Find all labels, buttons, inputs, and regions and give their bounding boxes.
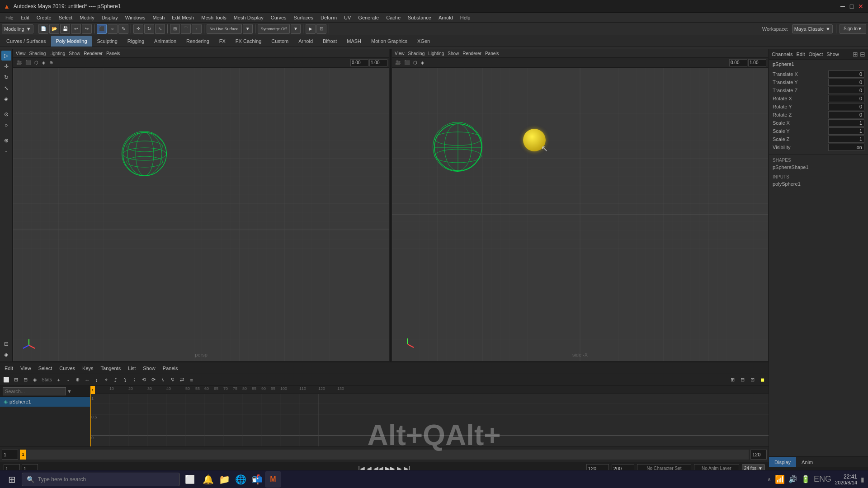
render-button[interactable]: ▶ [306,24,316,34]
taskbar-app-mail[interactable]: 📬 [249,471,265,488]
vp-side-1[interactable]: ⬛ [403,60,411,65]
graph-normalize[interactable]: ⊞ [728,375,737,385]
move-tool-left[interactable]: ✛ [1,61,11,71]
menu-generate[interactable]: Generate [354,13,382,23]
undo-button[interactable]: ↩ [71,24,81,34]
taskbar-app-maya[interactable]: M [265,471,281,488]
isolate-select-left[interactable]: ◈ [1,350,11,360]
graph-menu-panels[interactable]: Panels [160,366,181,371]
menu-mesh[interactable]: Mesh [149,13,168,23]
channel-box-channels[interactable]: Channels [772,52,793,57]
graph-menu-view[interactable]: View [18,366,34,371]
graph-stacked[interactable]: ⊟ [738,375,747,385]
vp-side-far[interactable] [748,59,766,66]
graph-tangent-1[interactable]: ⤴ [111,375,120,385]
shelf-tab-rendering[interactable]: Rendering [182,36,214,47]
shelf-tab-fx[interactable]: FX [215,36,230,47]
taskbar-app-explorer[interactable]: 📁 [216,471,232,488]
graph-tool-3[interactable]: ⊟ [21,375,30,385]
title-bar-controls[interactable]: ─ □ ✕ [839,3,864,10]
shelf-tab-fx-caching[interactable]: FX Caching [231,36,266,47]
open-scene-button[interactable]: 📂 [49,24,59,34]
network-icon[interactable]: 📶 [775,474,785,484]
menu-create[interactable]: Create [33,13,55,23]
graph-tool-2[interactable]: ⊞ [11,375,20,385]
soft-select-left[interactable]: ⊙ [1,109,11,119]
graph-tangent-4[interactable]: ⟲ [140,375,149,385]
shelf-tab-custom[interactable]: Custom [267,36,293,47]
menu-substance[interactable]: Substance [404,13,435,23]
graph-layout[interactable]: ◼ [758,375,767,385]
vp-persp-shading[interactable]: Shading [29,51,46,56]
vp-side-cam[interactable]: 🎥 [394,60,402,65]
snap-tool-left[interactable]: ⊕ [1,136,11,145]
graph-tool-1[interactable]: ⬜ [2,375,11,385]
timeline-track[interactable]: 1 [20,450,749,460]
shelf-tab-mash[interactable]: MASH [342,36,366,47]
timeline-marker[interactable]: 1 [20,450,26,460]
minimize-button[interactable]: ─ [839,3,846,10]
scale-tool-button[interactable]: ⤡ [155,24,165,34]
vp-side-renderer[interactable]: Renderer [462,51,481,56]
paint-select-button[interactable]: ✎ [118,24,128,34]
menu-modify[interactable]: Modify [76,13,98,23]
graph-search-input[interactable] [3,387,66,395]
vp-side-show[interactable]: Show [448,51,459,56]
windows-start-button[interactable]: ⊞ [4,471,20,488]
vp-side-near[interactable] [729,59,747,66]
visibility-value[interactable] [828,144,864,151]
menu-mesh-display[interactable]: Mesh Display [230,13,267,23]
save-scene-button[interactable]: 💾 [60,24,70,34]
scale-x-value[interactable] [828,119,864,127]
menu-edit-mesh[interactable]: Edit Mesh [168,13,198,23]
taskbar-app-notification[interactable]: 🔔 [200,471,216,488]
shelf-tab-xgen[interactable]: XGen [413,36,434,47]
vp-persp-panels[interactable]: Panels [106,51,120,56]
viewport-perspective-canvas[interactable]: persp [13,68,389,361]
snap-point-button[interactable]: ◦ [192,24,202,34]
vp-tool-3[interactable]: ◈ [41,60,47,65]
ipr-render-button[interactable]: ⊡ [316,24,326,34]
vp-persp-renderer[interactable]: Renderer [84,51,103,56]
graph-tool-7[interactable]: ⊕ [73,375,82,385]
graph-cols[interactable]: ⊡ [748,375,757,385]
menu-cache[interactable]: Cache [382,13,404,23]
shelf-tab-rigging[interactable]: Rigging [123,36,149,47]
translate-x-value[interactable] [828,70,864,78]
vp-tool-4[interactable]: ⊕ [48,60,54,65]
channel-box-object[interactable]: Object [808,52,823,57]
graph-tool-10[interactable]: ⌖ [102,375,111,385]
graph-menu-show[interactable]: Show [140,366,158,371]
channel-box-edit[interactable]: Edit [796,52,805,57]
menu-windows[interactable]: Windows [122,13,149,23]
shelf-tab-bifrost[interactable]: Bifrost [318,36,341,47]
new-scene-button[interactable]: 📄 [38,24,48,34]
redo-button[interactable]: ↪ [82,24,92,34]
shelf-tab-motion-graphics[interactable]: Motion Graphics [367,36,412,47]
universal-manip-left[interactable]: ◈ [1,94,11,104]
graph-tangent-2[interactable]: ⤵ [121,375,130,385]
graph-tool-5[interactable]: + [54,375,63,385]
close-button[interactable]: ✕ [857,3,864,10]
viewport-side-canvas[interactable]: ↖ side -X [392,68,768,361]
timeline-start-frame[interactable] [2,450,18,460]
select-tool-left[interactable]: ▷ [1,51,11,61]
vp-far-clip[interactable] [369,59,387,66]
shelf-tab-poly-modeling[interactable]: Poly Modeling [51,36,91,47]
no-live-surface-button[interactable]: No Live Surface [207,24,242,34]
menu-curves[interactable]: Curves [267,13,290,23]
lasso-select-button[interactable]: ○ [108,24,118,34]
symmetry-button[interactable]: Symmetry: Off [258,24,290,34]
graph-tangent-8[interactable]: ⇄ [178,375,187,385]
vp-tool-cam[interactable]: 🎥 [15,60,23,65]
graph-menu-list[interactable]: List [125,366,138,371]
scale-tool-left[interactable]: ⤡ [1,83,11,93]
graph-tangent-5[interactable]: ⟳ [149,375,158,385]
symmetry-dropdown[interactable]: ▼ [291,24,301,34]
graph-search-options[interactable]: ▼ [67,389,72,394]
channel-box-show[interactable]: Show [826,52,839,57]
scale-y-value[interactable] [828,127,864,135]
windows-search-bar[interactable]: 🔍 Type here to search [22,473,180,486]
live-dropdown[interactable]: ▼ [243,24,253,34]
graph-tangent-9[interactable]: ≡ [187,375,196,385]
